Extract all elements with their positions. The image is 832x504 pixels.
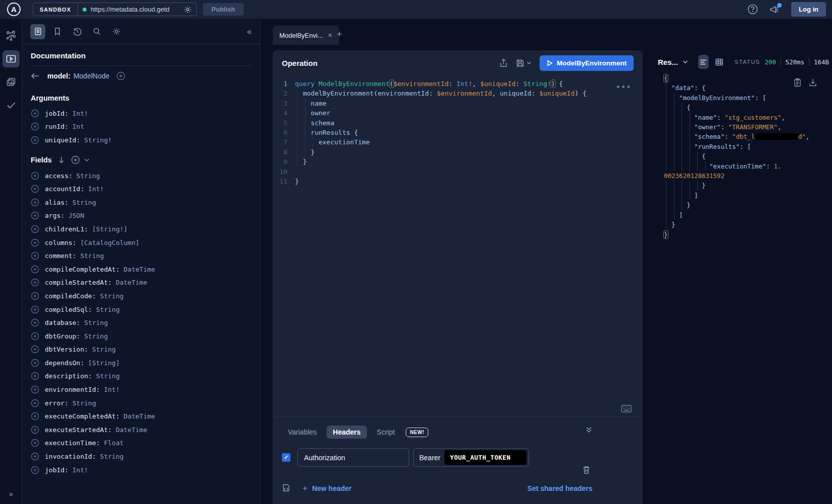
history-icon[interactable] <box>69 24 85 39</box>
endpoint-settings-gear-icon[interactable] <box>184 6 192 14</box>
field-row[interactable]: jobId: Int! <box>31 463 251 477</box>
add-field-icon[interactable] <box>31 109 39 118</box>
field-row[interactable]: runId: Int <box>31 120 251 134</box>
field-row[interactable]: environmentId: Int! <box>31 383 251 396</box>
field-row[interactable]: columns: [CatalogColumn] <box>31 236 251 249</box>
add-field-icon[interactable] <box>31 265 39 274</box>
apollo-logo[interactable]: A <box>7 3 21 16</box>
endpoint-bar[interactable]: SANDBOX https://metadata.cloud.getd <box>33 3 197 16</box>
chevron-down-icon[interactable] <box>683 60 688 64</box>
add-field-icon[interactable] <box>31 225 39 233</box>
field-row[interactable]: dbtVersion: String <box>31 343 251 357</box>
add-field-icon[interactable] <box>31 238 39 247</box>
add-field-icon[interactable] <box>31 466 39 474</box>
add-field-icon[interactable] <box>31 198 39 207</box>
breadcrumb-type-link[interactable]: ModelNode <box>73 72 110 80</box>
field-row[interactable]: compileCompletedAt: DateTime <box>31 263 251 276</box>
add-field-icon[interactable] <box>31 251 39 260</box>
field-row[interactable]: compiledCode: String <box>31 289 251 303</box>
field-row[interactable]: comment: String <box>31 249 251 263</box>
add-field-icon[interactable] <box>31 426 39 434</box>
field-row[interactable]: database: String <box>31 316 251 329</box>
field-row[interactable]: args: JSON <box>31 209 251 223</box>
header-name-input[interactable] <box>297 448 409 467</box>
add-field-icon[interactable] <box>31 412 39 421</box>
explorer-play-icon[interactable] <box>3 50 20 67</box>
chevron-down-icon[interactable] <box>84 158 90 162</box>
add-field-icon[interactable] <box>31 439 39 447</box>
auth-token-value[interactable]: YOUR_AUTH_TOKEN <box>444 450 526 465</box>
document-icon[interactable] <box>30 24 45 39</box>
new-header-button[interactable]: + New header <box>302 483 352 493</box>
help-icon[interactable] <box>747 4 758 15</box>
add-field-circle-icon[interactable] <box>116 71 125 80</box>
add-field-icon[interactable] <box>31 122 39 131</box>
schema-graph-icon[interactable] <box>3 27 20 44</box>
megaphone-icon[interactable] <box>769 5 780 15</box>
field-row[interactable]: jobId: Int! <box>31 107 251 120</box>
field-row[interactable]: childrenL1: [String!] <box>31 222 251 236</box>
response-dropdown[interactable]: Res... <box>658 58 678 66</box>
raw-view-icon[interactable] <box>698 55 709 69</box>
add-field-icon[interactable] <box>31 399 39 407</box>
share-icon[interactable] <box>499 58 508 68</box>
header-value-input[interactable]: Bearer YOUR_AUTH_TOKEN <box>413 448 529 467</box>
publish-button[interactable]: Publish <box>203 3 244 16</box>
field-row[interactable]: dependsOn: [String] <box>31 356 251 370</box>
field-row[interactable]: error: String <box>31 396 251 410</box>
delete-header-trash-icon[interactable] <box>582 465 590 474</box>
keyboard-shortcuts-icon[interactable] <box>621 405 632 412</box>
add-field-icon[interactable] <box>31 292 39 300</box>
field-row[interactable]: alias: String <box>31 196 251 209</box>
field-row[interactable]: dbtGroup: String <box>31 329 251 343</box>
add-field-icon[interactable] <box>31 345 39 354</box>
new-tab-button[interactable]: + <box>337 29 342 40</box>
run-operation-button[interactable]: ModelByEnvironment <box>540 55 634 71</box>
close-icon[interactable]: × <box>328 31 332 39</box>
back-arrow-icon[interactable] <box>31 72 40 79</box>
add-field-icon[interactable] <box>31 332 39 341</box>
operation-editor[interactable]: ••• 1query ModelByEnvironment($environme… <box>273 75 643 416</box>
add-field-icon[interactable] <box>31 211 39 220</box>
checklist-icon[interactable] <box>3 97 20 114</box>
add-field-icon[interactable] <box>31 305 39 314</box>
add-field-icon[interactable] <box>31 359 39 367</box>
collapse-docs-button[interactable]: « <box>247 27 252 37</box>
header-enabled-checkbox[interactable]: ✓ <box>282 453 290 462</box>
set-shared-headers-button[interactable]: Set shared headers <box>527 484 592 492</box>
add-field-icon[interactable] <box>31 136 39 144</box>
field-row[interactable]: compiledSql: String <box>31 303 251 316</box>
field-row[interactable]: description: String <box>31 370 251 383</box>
field-row[interactable]: access: String <box>31 169 251 183</box>
environment-variables-icon[interactable] <box>282 484 290 493</box>
save-group[interactable] <box>516 59 532 67</box>
field-row[interactable]: executeStartedAt: DateTime <box>31 423 251 437</box>
add-field-icon[interactable] <box>31 452 39 461</box>
field-row[interactable]: uniqueId: String! <box>31 133 251 147</box>
drawer-tab-variables[interactable]: Variables <box>282 426 323 439</box>
expand-rail-button[interactable]: » <box>0 489 22 498</box>
add-all-fields-icon[interactable] <box>71 155 80 164</box>
field-row[interactable]: executionTime: Float <box>31 437 251 450</box>
field-row[interactable]: accountId: Int! <box>31 182 251 196</box>
sort-descending-icon[interactable] <box>58 156 65 164</box>
add-field-icon[interactable] <box>31 172 39 180</box>
field-row[interactable]: invocationId: String <box>31 450 251 463</box>
endpoint-url-input[interactable]: https://metadata.cloud.getd <box>78 6 196 14</box>
gear-icon[interactable] <box>109 24 124 39</box>
search-icon[interactable] <box>89 24 104 39</box>
add-field-icon[interactable] <box>31 278 39 287</box>
field-row[interactable]: compileStartedAt: DateTime <box>31 276 251 290</box>
bookmark-icon[interactable] <box>50 24 65 39</box>
table-view-icon[interactable] <box>714 55 724 69</box>
add-field-icon[interactable] <box>31 185 39 193</box>
field-row[interactable]: executeCompletedAt: DateTime <box>31 409 251 423</box>
login-button[interactable]: Log in <box>791 2 826 17</box>
drawer-tab-headers[interactable]: Headers <box>327 426 366 439</box>
drawer-tab-script[interactable]: Script <box>371 426 401 439</box>
add-field-icon[interactable] <box>31 372 39 380</box>
changelog-icon[interactable] <box>3 73 20 91</box>
add-field-icon[interactable] <box>31 318 39 327</box>
operation-tab[interactable]: ModelByEnvi... × <box>273 26 339 45</box>
collapse-drawer-button[interactable] <box>585 426 592 433</box>
